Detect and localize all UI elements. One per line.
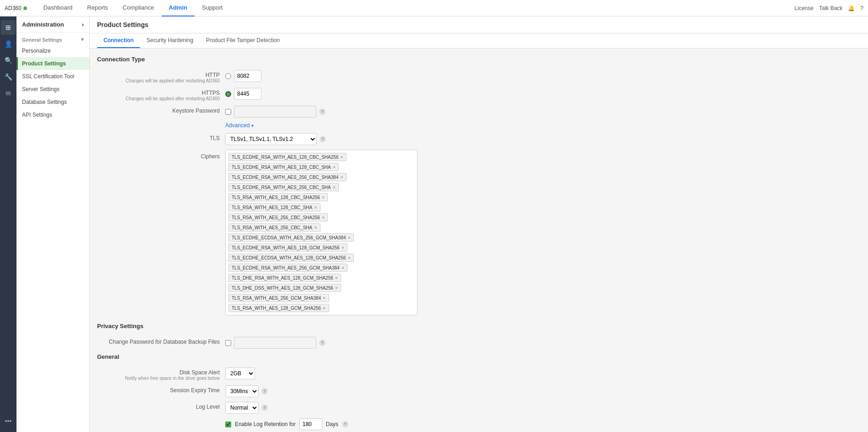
help-icon[interactable]: ? [860,5,863,11]
tab-dashboard[interactable]: Dashboard [36,0,80,16]
talkback-link[interactable]: Talk Back [819,5,842,11]
session-expiry-label: Session Expiry Time [97,385,225,394]
log-retention-label: Enable Log Retention for [235,421,296,427]
http-port-input[interactable] [234,70,261,82]
cipher-remove-0[interactable]: × [340,154,343,160]
change-password-row: Change Password for Database Backup File… [97,337,861,349]
top-right: License Talk Back 🔔 ? [795,5,863,11]
session-expiry-info-icon[interactable]: ? [261,388,268,394]
sidebar-item-ssl[interactable]: SSL Certification Tool [16,70,89,83]
sidebar-title: Administration [22,21,64,28]
tab-security-hardening[interactable]: Security Hardening [140,33,200,48]
cipher-tag-8: TLS_ECDHE_ECDSA_WITH_AES_256_GCM_SHA384 … [228,233,354,242]
icon-bar: ⊞ 👤 🔍 🔧 ✉ ••• [0,16,16,432]
tab-admin[interactable]: Admin [162,0,195,16]
tls-control: TLSv1, TLSv1.1, TLSv1.2 ? [225,133,326,145]
cipher-tag-3: TLS_ECDHE_RSA_WITH_AES_256_CBC_SHA × [228,183,339,191]
cipher-remove-6[interactable]: × [322,215,325,220]
tab-connection[interactable]: Connection [97,33,140,48]
license-link[interactable]: License [795,5,814,11]
tab-compliance[interactable]: Compliance [115,0,162,16]
change-password-label: Change Password for Database Backup File… [97,337,225,345]
icon-ad360[interactable]: ⊞ [1,20,16,35]
content: Product Settings Connection Security Har… [90,16,868,432]
privacy-settings-title: Privacy Settings [97,323,861,331]
disk-space-control: 1GB 2GB 5GB 10GB [225,367,255,379]
log-level-info-icon[interactable]: ? [261,405,268,411]
cipher-remove-5[interactable]: × [314,205,317,210]
disk-space-select[interactable]: 1GB 2GB 5GB 10GB [225,367,255,379]
sidebar-item-product-settings[interactable]: Product Settings [16,57,89,70]
sidebar-item-database-settings[interactable]: Database Settings [16,96,89,108]
cipher-remove-8[interactable]: × [348,235,351,240]
change-password-info-icon[interactable]: ? [319,340,326,346]
session-expiry-select[interactable]: 15Mins 30Mins 1Hour 2Hours [225,385,259,397]
sidebar-collapse-icon[interactable]: › [82,21,84,28]
https-radio[interactable] [225,91,231,97]
notifications-icon[interactable]: 🔔 [848,5,855,11]
cipher-remove-13[interactable]: × [335,285,338,291]
icon-selfservice[interactable]: 🔧 [1,70,16,84]
tls-select[interactable]: TLSv1, TLSv1.1, TLSv1.2 [225,133,317,145]
sidebar-section-toggle[interactable]: ▾ [81,37,84,43]
tls-info-icon[interactable]: ? [320,136,326,142]
tab-bar: Connection Security Hardening Product Fi… [90,33,868,49]
change-password-control: ? [225,337,326,349]
sidebar-item-personalize[interactable]: Personalize [16,44,89,57]
https-port-input[interactable] [234,88,261,100]
http-control [225,70,261,82]
cipher-remove-3[interactable]: × [333,184,336,190]
sidebar-item-server-settings[interactable]: Server Settings [16,83,89,96]
session-expiry-row: Session Expiry Time 15Mins 30Mins 1Hour … [97,385,861,397]
icon-adaudit[interactable]: 🔍 [1,53,16,68]
tab-tamper-detection[interactable]: Product File Tamper Detection [200,33,286,48]
keystore-label: Keystore Password [97,106,225,114]
cipher-tag-10: TLS_ECDHE_ECDSA_WITH_AES_128_GCM_SHA256 … [228,254,354,262]
cipher-remove-4[interactable]: × [322,194,325,200]
cipher-remove-1[interactable]: × [333,164,336,170]
http-radio[interactable] [225,73,231,79]
top-nav: AD360 Dashboard Reports Compliance Admin… [0,0,868,16]
cipher-tag-14: TLS_RSA_WITH_AES_256_GCM_SHA384 × [228,294,329,302]
icon-exchange[interactable]: ✉ [1,86,16,101]
cipher-remove-11[interactable]: × [342,265,344,270]
change-password-input[interactable] [234,337,316,349]
advanced-arrow-icon: ▾ [251,123,254,128]
http-row: HTTP Changes will be applied after resta… [97,70,861,83]
icon-admanager[interactable]: 👤 [1,37,16,51]
cipher-remove-7[interactable]: × [314,225,317,230]
ciphers-label: Ciphers [97,150,225,160]
advanced-section: Advanced ▾ [225,122,861,129]
keystore-control: ? [225,106,326,118]
sidebar-item-api-settings[interactable]: API Settings [16,108,89,121]
tab-support[interactable]: Support [195,0,230,16]
cipher-remove-9[interactable]: × [342,245,344,250]
cipher-remove-2[interactable]: × [340,174,343,180]
log-level-select[interactable]: Normal Debug Info Error [225,402,259,414]
cipher-remove-14[interactable]: × [323,295,326,301]
tab-reports[interactable]: Reports [80,0,115,16]
cipher-remove-15[interactable]: × [323,305,326,311]
cipher-tag-13: TLS_DHE_DSS_WITH_AES_128_GCM_SHA256 × [228,284,341,292]
session-expiry-control: 15Mins 30Mins 1Hour 2Hours ? [225,385,268,397]
disk-space-label: Disk Space Alert Notify when free space … [97,367,225,381]
cipher-remove-12[interactable]: × [335,275,338,281]
keystore-input[interactable] [234,106,316,118]
advanced-link[interactable]: Advanced ▾ [225,122,861,129]
cipher-tag-9: TLS_ECDHE_RSA_WITH_AES_128_GCM_SHA256 × [228,243,347,252]
keystore-checkbox[interactable] [225,109,231,115]
sidebar: Administration › General Settings ▾ Pers… [16,16,90,432]
connection-type-title: Connection Type [97,56,861,65]
keystore-info-icon[interactable]: ? [319,108,326,115]
log-retention-days-input[interactable] [299,418,322,430]
cipher-tag-4: TLS_RSA_WITH_AES_128_CBC_SHA256 × [228,193,328,201]
log-retention-info-icon[interactable]: ? [342,421,348,427]
cipher-tag-12: TLS_DHE_RSA_WITH_AES_128_GCM_SHA256 × [228,274,341,282]
cipher-remove-10[interactable]: × [348,255,351,260]
icon-more[interactable]: ••• [1,414,16,428]
log-retention-checkbox[interactable] [225,421,231,427]
cipher-tag-0: TLS_ECDHE_RSA_WITH_AES_128_CBC_SHA256 × [228,153,347,161]
change-password-checkbox[interactable] [225,340,231,346]
disk-space-row: Disk Space Alert Notify when free space … [97,367,861,381]
cipher-tag-5: TLS_RSA_WITH_AES_128_CBC_SHA × [228,203,320,211]
